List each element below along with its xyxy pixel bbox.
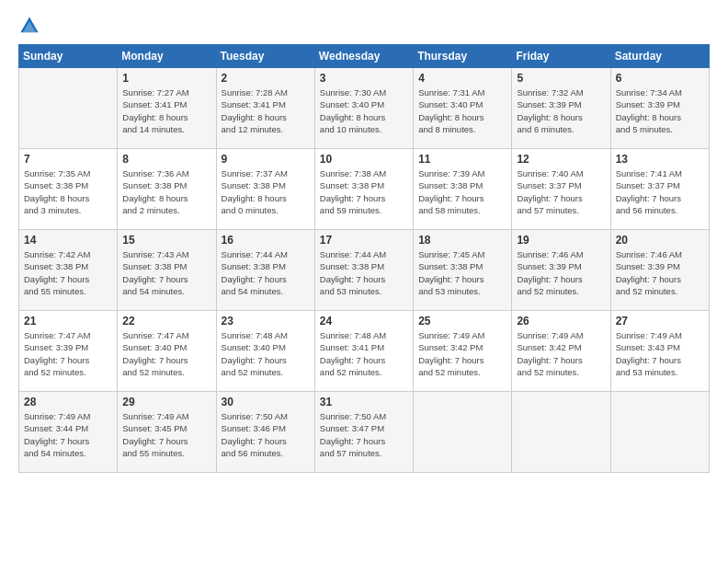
day-cell: 10Sunrise: 7:38 AM Sunset: 3:38 PM Dayli… bbox=[314, 149, 413, 230]
day-cell bbox=[19, 68, 118, 149]
logo-icon bbox=[18, 15, 40, 37]
day-number: 17 bbox=[320, 234, 408, 247]
day-cell: 27Sunrise: 7:49 AM Sunset: 3:43 PM Dayli… bbox=[610, 311, 709, 392]
day-cell: 5Sunrise: 7:32 AM Sunset: 3:39 PM Daylig… bbox=[512, 68, 610, 149]
week-row-2: 14Sunrise: 7:42 AM Sunset: 3:38 PM Dayli… bbox=[19, 230, 710, 311]
day-cell: 7Sunrise: 7:35 AM Sunset: 3:38 PM Daylig… bbox=[19, 149, 118, 230]
day-info: Sunrise: 7:38 AM Sunset: 3:38 PM Dayligh… bbox=[320, 167, 408, 216]
day-number: 8 bbox=[122, 153, 210, 166]
day-info: Sunrise: 7:49 AM Sunset: 3:42 PM Dayligh… bbox=[517, 329, 605, 378]
day-info: Sunrise: 7:40 AM Sunset: 3:37 PM Dayligh… bbox=[517, 167, 605, 216]
day-cell: 2Sunrise: 7:28 AM Sunset: 3:41 PM Daylig… bbox=[216, 68, 314, 149]
day-info: Sunrise: 7:49 AM Sunset: 3:43 PM Dayligh… bbox=[616, 329, 704, 378]
day-number: 31 bbox=[320, 396, 408, 408]
day-number: 20 bbox=[616, 234, 704, 247]
day-info: Sunrise: 7:39 AM Sunset: 3:38 PM Dayligh… bbox=[418, 167, 506, 216]
day-info: Sunrise: 7:27 AM Sunset: 3:41 PM Dayligh… bbox=[122, 86, 210, 135]
day-cell bbox=[512, 392, 610, 473]
day-info: Sunrise: 7:32 AM Sunset: 3:39 PM Dayligh… bbox=[517, 86, 605, 135]
day-number: 22 bbox=[122, 315, 210, 327]
header-cell-tuesday: Tuesday bbox=[216, 45, 314, 68]
day-number: 3 bbox=[320, 72, 408, 85]
day-cell: 8Sunrise: 7:36 AM Sunset: 3:38 PM Daylig… bbox=[118, 149, 216, 230]
header-row: SundayMondayTuesdayWednesdayThursdayFrid… bbox=[19, 45, 710, 68]
day-info: Sunrise: 7:50 AM Sunset: 3:46 PM Dayligh… bbox=[222, 410, 310, 459]
day-number: 6 bbox=[616, 72, 704, 85]
day-number: 25 bbox=[418, 315, 506, 327]
day-cell: 28Sunrise: 7:49 AM Sunset: 3:44 PM Dayli… bbox=[19, 392, 118, 473]
calendar-table: SundayMondayTuesdayWednesdayThursdayFrid… bbox=[18, 44, 710, 473]
day-number: 29 bbox=[122, 396, 210, 408]
day-number: 30 bbox=[222, 396, 310, 408]
day-info: Sunrise: 7:49 AM Sunset: 3:42 PM Dayligh… bbox=[418, 329, 506, 378]
day-cell: 31Sunrise: 7:50 AM Sunset: 3:47 PM Dayli… bbox=[314, 392, 413, 473]
day-info: Sunrise: 7:44 AM Sunset: 3:38 PM Dayligh… bbox=[320, 248, 408, 297]
week-row-3: 21Sunrise: 7:47 AM Sunset: 3:39 PM Dayli… bbox=[19, 311, 710, 392]
day-info: Sunrise: 7:30 AM Sunset: 3:40 PM Dayligh… bbox=[320, 86, 408, 135]
day-cell: 15Sunrise: 7:43 AM Sunset: 3:38 PM Dayli… bbox=[118, 230, 216, 311]
header-cell-saturday: Saturday bbox=[610, 45, 709, 68]
day-number: 16 bbox=[222, 234, 310, 247]
day-info: Sunrise: 7:46 AM Sunset: 3:39 PM Dayligh… bbox=[517, 248, 605, 297]
day-cell: 26Sunrise: 7:49 AM Sunset: 3:42 PM Dayli… bbox=[512, 311, 610, 392]
day-number: 4 bbox=[418, 72, 506, 85]
day-cell: 14Sunrise: 7:42 AM Sunset: 3:38 PM Dayli… bbox=[19, 230, 118, 311]
day-number: 27 bbox=[616, 315, 704, 327]
week-row-1: 7Sunrise: 7:35 AM Sunset: 3:38 PM Daylig… bbox=[19, 149, 710, 230]
day-number: 12 bbox=[517, 153, 605, 166]
day-number: 14 bbox=[24, 234, 112, 247]
day-info: Sunrise: 7:50 AM Sunset: 3:47 PM Dayligh… bbox=[320, 410, 408, 459]
day-cell: 17Sunrise: 7:44 AM Sunset: 3:38 PM Dayli… bbox=[314, 230, 413, 311]
day-number: 13 bbox=[616, 153, 704, 166]
day-info: Sunrise: 7:46 AM Sunset: 3:39 PM Dayligh… bbox=[616, 248, 704, 297]
day-info: Sunrise: 7:48 AM Sunset: 3:41 PM Dayligh… bbox=[320, 329, 408, 378]
day-number: 24 bbox=[320, 315, 408, 327]
day-info: Sunrise: 7:36 AM Sunset: 3:38 PM Dayligh… bbox=[122, 167, 210, 216]
day-number: 15 bbox=[122, 234, 210, 247]
day-info: Sunrise: 7:34 AM Sunset: 3:39 PM Dayligh… bbox=[616, 86, 704, 135]
day-cell: 23Sunrise: 7:48 AM Sunset: 3:40 PM Dayli… bbox=[216, 311, 314, 392]
day-cell: 22Sunrise: 7:47 AM Sunset: 3:40 PM Dayli… bbox=[118, 311, 216, 392]
day-info: Sunrise: 7:47 AM Sunset: 3:40 PM Dayligh… bbox=[122, 329, 210, 378]
day-number: 26 bbox=[517, 315, 605, 327]
day-cell bbox=[414, 392, 512, 473]
day-cell: 18Sunrise: 7:45 AM Sunset: 3:38 PM Dayli… bbox=[414, 230, 512, 311]
day-number: 7 bbox=[24, 153, 112, 166]
day-cell: 1Sunrise: 7:27 AM Sunset: 3:41 PM Daylig… bbox=[118, 68, 216, 149]
day-number: 21 bbox=[24, 315, 112, 327]
day-info: Sunrise: 7:42 AM Sunset: 3:38 PM Dayligh… bbox=[24, 248, 112, 297]
day-info: Sunrise: 7:45 AM Sunset: 3:38 PM Dayligh… bbox=[418, 248, 506, 297]
day-info: Sunrise: 7:49 AM Sunset: 3:44 PM Dayligh… bbox=[24, 410, 112, 459]
day-number: 9 bbox=[222, 153, 310, 166]
day-cell: 6Sunrise: 7:34 AM Sunset: 3:39 PM Daylig… bbox=[610, 68, 709, 149]
header-cell-monday: Monday bbox=[118, 45, 216, 68]
header-cell-sunday: Sunday bbox=[19, 45, 118, 68]
day-number: 1 bbox=[122, 72, 210, 85]
calendar-header: SundayMondayTuesdayWednesdayThursdayFrid… bbox=[19, 45, 710, 68]
day-info: Sunrise: 7:47 AM Sunset: 3:39 PM Dayligh… bbox=[24, 329, 112, 378]
day-cell: 24Sunrise: 7:48 AM Sunset: 3:41 PM Dayli… bbox=[314, 311, 413, 392]
page: SundayMondayTuesdayWednesdayThursdayFrid… bbox=[0, 0, 728, 563]
day-number: 28 bbox=[24, 396, 112, 408]
day-info: Sunrise: 7:35 AM Sunset: 3:38 PM Dayligh… bbox=[24, 167, 112, 216]
day-cell bbox=[610, 392, 709, 473]
header-cell-friday: Friday bbox=[512, 45, 610, 68]
day-cell: 21Sunrise: 7:47 AM Sunset: 3:39 PM Dayli… bbox=[19, 311, 118, 392]
calendar-body: 1Sunrise: 7:27 AM Sunset: 3:41 PM Daylig… bbox=[19, 68, 710, 473]
day-cell: 19Sunrise: 7:46 AM Sunset: 3:39 PM Dayli… bbox=[512, 230, 610, 311]
day-number: 5 bbox=[517, 72, 605, 85]
day-cell: 3Sunrise: 7:30 AM Sunset: 3:40 PM Daylig… bbox=[314, 68, 413, 149]
day-info: Sunrise: 7:41 AM Sunset: 3:37 PM Dayligh… bbox=[616, 167, 704, 216]
day-cell: 20Sunrise: 7:46 AM Sunset: 3:39 PM Dayli… bbox=[610, 230, 709, 311]
header-cell-wednesday: Wednesday bbox=[314, 45, 413, 68]
day-cell: 9Sunrise: 7:37 AM Sunset: 3:38 PM Daylig… bbox=[216, 149, 314, 230]
day-info: Sunrise: 7:49 AM Sunset: 3:45 PM Dayligh… bbox=[122, 410, 210, 459]
day-cell: 29Sunrise: 7:49 AM Sunset: 3:45 PM Dayli… bbox=[118, 392, 216, 473]
day-cell: 12Sunrise: 7:40 AM Sunset: 3:37 PM Dayli… bbox=[512, 149, 610, 230]
day-info: Sunrise: 7:37 AM Sunset: 3:38 PM Dayligh… bbox=[222, 167, 310, 216]
week-row-0: 1Sunrise: 7:27 AM Sunset: 3:41 PM Daylig… bbox=[19, 68, 710, 149]
header bbox=[18, 15, 710, 37]
day-info: Sunrise: 7:48 AM Sunset: 3:40 PM Dayligh… bbox=[222, 329, 310, 378]
week-row-4: 28Sunrise: 7:49 AM Sunset: 3:44 PM Dayli… bbox=[19, 392, 710, 473]
day-cell: 11Sunrise: 7:39 AM Sunset: 3:38 PM Dayli… bbox=[414, 149, 512, 230]
